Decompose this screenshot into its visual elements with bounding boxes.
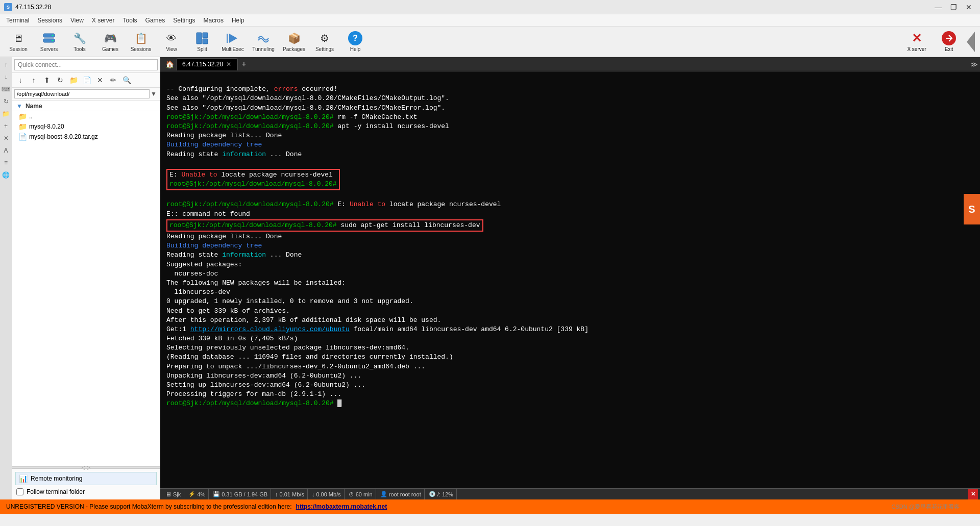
sidebar-btn-down[interactable]: ↓: [14, 74, 27, 86]
remote-monitor-button[interactable]: 📊 Remote monitoring: [15, 472, 157, 485]
disk-space-icon: 💿: [429, 491, 436, 497]
sessions-button[interactable]: 📋 Sessions: [127, 29, 155, 55]
status-close-icon-right[interactable]: ✕: [968, 489, 978, 499]
path-chevron-icon[interactable]: ▼: [150, 89, 158, 98]
servers-button[interactable]: Servers: [35, 29, 63, 55]
settings-button[interactable]: ⚙ Settings: [310, 29, 339, 55]
left-tab-x[interactable]: ✕: [1, 133, 12, 144]
main-layout: ↑ ↓ ⌨ ↻ 📁 + ✕ A ≡ 🌐 ↓ ↑ ⬆ ↻ 📁 📄 ✕ ✏ 🔍 ▼: [0, 57, 980, 499]
view-icon: 👁: [164, 31, 179, 45]
quick-connect-input[interactable]: [14, 59, 158, 70]
left-tab-down[interactable]: ↓: [1, 71, 12, 83]
sidebar-btn-up[interactable]: ↑: [28, 74, 40, 86]
session-button[interactable]: 🖥 Session: [4, 29, 33, 55]
tree-item-mysql[interactable]: 📁 mysql-8.0.20: [12, 121, 160, 132]
sidebar-btn-file[interactable]: 📄: [81, 74, 93, 86]
app-icon: S: [4, 3, 12, 11]
svg-point-2: [52, 35, 54, 36]
menu-tools[interactable]: Tools: [119, 16, 141, 25]
close-button[interactable]: ✕: [962, 2, 976, 12]
help-button[interactable]: ? Help: [341, 29, 370, 55]
right-edge-s-button[interactable]: S: [964, 194, 980, 224]
sessions-label: Sessions: [131, 46, 152, 52]
split-button[interactable]: Split: [188, 29, 216, 55]
sidebar-btn-folder[interactable]: 📁: [67, 74, 80, 86]
menu-terminal[interactable]: Terminal: [2, 16, 33, 25]
menu-xserver[interactable]: X server: [88, 16, 119, 25]
tree-item-parent[interactable]: 📁 ..: [12, 111, 160, 121]
exit-button[interactable]: Exit: [936, 29, 962, 55]
menu-sessions[interactable]: Sessions: [33, 16, 66, 25]
title-bar: S 47.115.32.28 — ❐ ✕: [0, 0, 980, 14]
tab-close-icon[interactable]: ✕: [226, 61, 231, 68]
tree-header: ▼ Name: [12, 102, 160, 111]
xserver-button[interactable]: ✕ X server: [901, 29, 932, 55]
terminal-content[interactable]: -- Configuring incomplete, errors occurr…: [160, 71, 980, 488]
left-tab-globe[interactable]: 🌐: [1, 169, 12, 181]
time-icon: ⏱: [349, 491, 354, 497]
view-label: View: [166, 46, 177, 52]
left-tab-new[interactable]: +: [1, 120, 12, 132]
tab-right-expand-icon[interactable]: ≫: [970, 60, 978, 68]
tools-button[interactable]: 🔧 Tools: [65, 29, 94, 55]
quick-connect-container: [12, 57, 160, 73]
svg-rect-5: [203, 33, 208, 38]
bottom-bar-text: UNREGISTERED VERSION - Please support Mo…: [6, 503, 292, 510]
menu-macros[interactable]: Macros: [200, 16, 228, 25]
menu-settings[interactable]: Settings: [169, 16, 199, 25]
right-edge-btn[interactable]: [966, 32, 976, 52]
sidebar-path: ▼: [12, 88, 160, 101]
left-tab-key[interactable]: ⌨: [1, 84, 12, 95]
left-tab-a[interactable]: A: [1, 145, 12, 156]
follow-terminal-checkbox[interactable]: Follow terminal folder: [15, 487, 157, 496]
packages-button[interactable]: 📦 Packages: [280, 29, 308, 55]
left-tab-folder[interactable]: 📁: [1, 108, 12, 119]
left-tab-scroll[interactable]: ≡: [1, 157, 12, 168]
session-icon: 🖥: [11, 31, 26, 45]
sidebar-btn-refresh[interactable]: ↻: [54, 74, 66, 86]
status-disk: 💾 0.31 GB / 1.94 GB: [210, 489, 271, 499]
tree-item-tar[interactable]: 📄 mysql-boost-8.0.20.tar.gz: [12, 132, 160, 142]
help-icon: ?: [348, 31, 362, 45]
menu-view[interactable]: View: [66, 16, 88, 25]
session-label: Session: [9, 46, 28, 52]
tab-item-main[interactable]: 6.47.115.32.28 ✕: [177, 58, 238, 70]
status-x-icon[interactable]: ✕: [971, 491, 975, 497]
tunneling-button[interactable]: Tunneling: [249, 29, 278, 55]
multiexec-button[interactable]: MultiExec: [218, 29, 247, 55]
sidebar-btn-edit[interactable]: ✏: [107, 74, 119, 86]
status-time: ⏱ 60 min: [346, 489, 376, 499]
minimize-button[interactable]: —: [931, 2, 945, 12]
view-button[interactable]: 👁 View: [157, 29, 186, 55]
split-icon: [195, 31, 209, 45]
tab-home-icon[interactable]: 🏠: [162, 58, 177, 70]
follow-terminal-check[interactable]: [16, 488, 23, 495]
sidebar-btn-delete[interactable]: ✕: [94, 74, 106, 86]
games-button[interactable]: 🎮 Games: [96, 29, 125, 55]
tab-bar: 🏠 6.47.115.32.28 ✕ + ≫: [160, 57, 980, 71]
xserver-icon: ✕: [912, 31, 922, 45]
servers-label: Servers: [40, 46, 58, 52]
sidebar-btn-up2[interactable]: ⬆: [41, 74, 53, 86]
svg-rect-6: [203, 39, 208, 44]
left-tab-refresh[interactable]: ↻: [1, 96, 12, 107]
sidebar-btn-find[interactable]: 🔍: [120, 74, 133, 86]
maximize-button[interactable]: ❐: [946, 2, 961, 12]
status-user-value: root root root: [389, 491, 421, 497]
window-title: 47.115.32.28: [15, 4, 51, 11]
menu-games[interactable]: Games: [141, 16, 169, 25]
tree-header-label: Name: [26, 103, 42, 110]
tree-item-parent-label: ..: [29, 113, 33, 120]
packages-icon: 📦: [287, 31, 301, 45]
watermark: CSDN @爱里看花花里看客: [892, 503, 960, 511]
menu-help[interactable]: Help: [228, 16, 249, 25]
status-disk-space-value: /: 12%: [437, 491, 453, 497]
status-download: ↓ 0.00 Mb/s: [309, 489, 345, 499]
path-input[interactable]: [14, 89, 150, 98]
tab-new-button[interactable]: +: [238, 58, 250, 70]
bottom-bar-link[interactable]: https://mobaxterm.mobatek.net: [296, 503, 387, 510]
settings-label: Settings: [315, 46, 334, 52]
tools-label: Tools: [74, 46, 85, 52]
left-tab-up[interactable]: ↑: [1, 59, 12, 70]
title-bar-controls: — ❐ ✕: [931, 2, 976, 12]
